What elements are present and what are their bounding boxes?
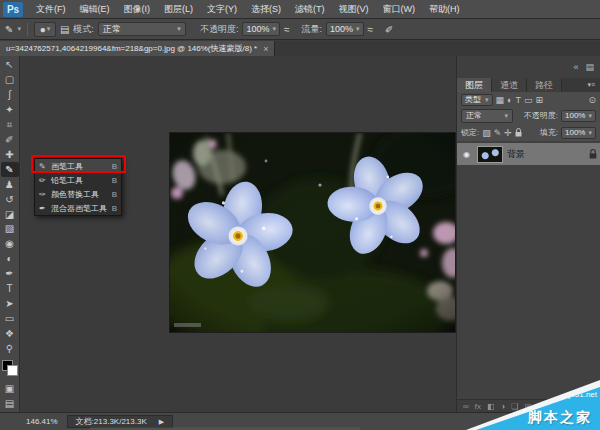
layers-filter-row: 类型 ▾ ▦ ◐ T ▭ ⊞ ⊙: [457, 92, 600, 107]
layer-list: ◉ 背景: [457, 141, 600, 399]
pen-tool[interactable]: ✒: [1, 267, 19, 282]
flyout-item-pencil-tool[interactable]: ✏ 铅笔工具 B: [35, 173, 121, 187]
pressure-toggle-icon[interactable]: ✐: [385, 24, 393, 35]
chevron-down-icon: ▾: [588, 129, 592, 137]
type-tool[interactable]: T: [1, 282, 19, 297]
fill-dropdown[interactable]: 100% ▾: [561, 127, 596, 139]
separator: [27, 23, 28, 36]
status-expand-icon[interactable]: ▶: [159, 418, 164, 426]
lasso-tool[interactable]: ʃ: [1, 88, 19, 103]
document-tab[interactable]: u=3424762571,4064219964&fm=218&gp=0.jpg …: [0, 41, 275, 56]
quick-selection-tool[interactable]: ✦: [1, 103, 19, 118]
panel-menu-icon[interactable]: ▾≡: [587, 81, 600, 89]
menu-bar: Ps 文件(F) 编辑(E) 图像(I) 图层(L) 文字(Y) 选择(S) 滤…: [0, 0, 600, 19]
airbrush-toggle-icon[interactable]: ≈: [368, 24, 374, 35]
shortcut-key: B: [112, 190, 117, 199]
filter-type-layers-icon[interactable]: T: [515, 95, 521, 105]
blend-mode-select[interactable]: 正常 ▾: [98, 22, 186, 36]
menu-edit[interactable]: 编辑(E): [73, 0, 117, 19]
menu-image[interactable]: 图像(I): [117, 0, 158, 19]
photo-canvas[interactable]: [170, 133, 455, 332]
lock-transparent-pixels-icon[interactable]: ▨: [482, 128, 491, 138]
adjustment-layer-icon[interactable]: ◑: [501, 402, 506, 411]
filter-pixel-layers-icon[interactable]: ▦: [496, 95, 505, 105]
layer-thumbnail[interactable]: [477, 146, 503, 163]
eraser-tool[interactable]: ◪: [1, 207, 19, 222]
visibility-eye-icon[interactable]: ◉: [460, 150, 473, 159]
menu-filter[interactable]: 滤镜(T): [288, 0, 332, 19]
filter-type-select[interactable]: 类型 ▾: [461, 94, 493, 106]
layer-row-background[interactable]: ◉ 背景: [457, 143, 600, 165]
tool-preset-caret-icon[interactable]: ▾: [17, 25, 21, 33]
document-tab-bar: u=3424762571,4064219964&fm=218&gp=0.jpg …: [0, 41, 600, 56]
blur-tool[interactable]: ◉: [1, 237, 19, 252]
layer-blend-mode-select[interactable]: 正常 ▾: [461, 109, 513, 123]
menu-view[interactable]: 视图(V): [332, 0, 376, 19]
screen-mode-button[interactable]: ▤: [1, 397, 19, 412]
collapse-panels-icon[interactable]: «: [573, 62, 578, 72]
menu-file[interactable]: 文件(F): [29, 0, 73, 19]
quick-mask-button[interactable]: ▣: [1, 382, 19, 397]
flyout-item-label: 画笔工具: [51, 161, 109, 172]
opacity-dropdown[interactable]: 100% ▾: [242, 22, 280, 36]
zoom-level[interactable]: 146.41%: [26, 417, 58, 426]
menu-help[interactable]: 帮助(H): [422, 0, 467, 19]
brush-tools-flyout-menu: ✎ 画笔工具 B ✏ 铅笔工具 B ✑ 颜色替换工具 B ✒ 混合器画笔工具 B: [34, 158, 122, 216]
tab-channels[interactable]: 通道: [492, 78, 527, 92]
filter-adjustment-layers-icon[interactable]: ◐: [507, 95, 512, 105]
chevron-down-icon: ▾: [272, 25, 276, 33]
document-title: u=3424762571,4064219964&fm=218&gp=0.jpg …: [6, 43, 257, 54]
brush-tool-icon[interactable]: ✎: [5, 24, 13, 35]
gradient-tool[interactable]: ▨: [1, 222, 19, 237]
dock-menu-icon[interactable]: ▤: [585, 62, 594, 72]
spot-healing-brush-tool[interactable]: ✚: [1, 147, 19, 162]
tools-panel: ↖ ▢ ʃ ✦ ⌗ ✐ ✚ ✎ ♟ ↺ ◪ ▨ ◉ ◐ ✒ T ➤ ▭ ❖ ⚲ …: [0, 56, 20, 412]
flyout-item-brush-tool[interactable]: ✎ 画笔工具 B: [35, 159, 121, 173]
hand-tool[interactable]: ❖: [1, 326, 19, 341]
history-brush-tool[interactable]: ↺: [1, 192, 19, 207]
background-color-swatch[interactable]: [7, 365, 18, 376]
dodge-tool[interactable]: ◐: [1, 252, 19, 267]
layer-opacity-value: 100%: [565, 111, 585, 120]
panel-tab-bar: 图层 通道 路径 ▾≡: [457, 78, 600, 92]
link-layers-icon[interactable]: ∞: [463, 402, 469, 411]
lock-row: 锁定: ▨ ✎ ✛ 填充: 100% ▾: [457, 124, 600, 141]
menu-select[interactable]: 选择(S): [244, 0, 288, 19]
layer-mask-icon[interactable]: ◧: [487, 402, 495, 411]
rectangle-tool[interactable]: ▭: [1, 311, 19, 326]
move-tool[interactable]: ↖: [1, 58, 19, 73]
zoom-tool[interactable]: ⚲: [1, 341, 19, 356]
clone-stamp-tool[interactable]: ♟: [1, 177, 19, 192]
layer-effects-icon[interactable]: fx: [475, 402, 481, 411]
eyedropper-tool[interactable]: ✐: [1, 133, 19, 148]
tab-layers[interactable]: 图层: [457, 78, 492, 92]
lock-position-icon[interactable]: ✛: [504, 128, 512, 138]
lock-all-icon[interactable]: [515, 128, 522, 137]
menu-type[interactable]: 文字(Y): [200, 0, 244, 19]
close-tab-icon[interactable]: ×: [263, 44, 268, 54]
filter-smart-objects-icon[interactable]: ⊞: [535, 95, 543, 105]
layer-opacity-dropdown[interactable]: 100% ▾: [561, 110, 596, 122]
flyout-item-color-replacement-tool[interactable]: ✑ 颜色替换工具 B: [35, 187, 121, 201]
ps-logo: Ps: [3, 2, 23, 17]
lock-image-pixels-icon[interactable]: ✎: [494, 128, 502, 138]
color-swatches[interactable]: [2, 360, 18, 376]
rectangular-marquee-tool[interactable]: ▢: [1, 73, 19, 88]
filter-toggle-icon[interactable]: ⊙: [588, 95, 596, 105]
flyout-item-mixer-brush-tool[interactable]: ✒ 混合器画笔工具 B: [35, 201, 121, 215]
menu-layer[interactable]: 图层(L): [157, 0, 200, 19]
filter-shape-layers-icon[interactable]: ▭: [524, 95, 533, 105]
brush-tool[interactable]: ✎: [1, 162, 19, 177]
path-selection-tool[interactable]: ➤: [1, 297, 19, 312]
toggle-brush-panel-icon[interactable]: ▤: [60, 24, 69, 35]
airbrush-opacity-icon[interactable]: ≈: [284, 24, 290, 35]
fill-value: 100%: [565, 128, 585, 137]
color-replacement-icon: ✑: [39, 190, 48, 199]
brush-preset-picker[interactable]: ● ▾: [34, 22, 56, 37]
crop-tool[interactable]: ⌗: [1, 118, 19, 133]
flow-dropdown[interactable]: 100% ▾: [326, 22, 364, 36]
layer-group-icon[interactable]: ❏: [511, 402, 518, 411]
tab-paths[interactable]: 路径: [527, 78, 562, 92]
menu-window[interactable]: 窗口(W): [376, 0, 423, 19]
chevron-down-icon: ▾: [588, 112, 592, 120]
